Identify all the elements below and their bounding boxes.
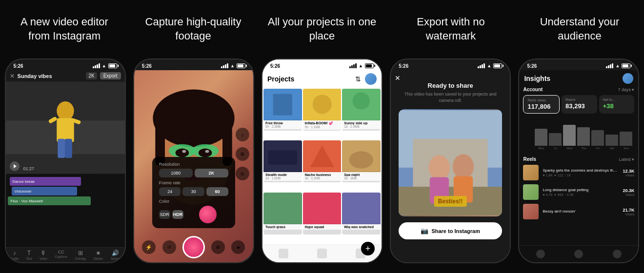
reels-views-label: Reels views <box>527 98 555 102</box>
grid-icon[interactable]: ⊞ <box>236 147 249 161</box>
insights-title: Insights <box>524 75 550 82</box>
reach-label: Reach <box>565 98 593 101</box>
color-options-row: SDR HDR <box>159 206 228 223</box>
reels-sort[interactable]: Latest ▾ <box>619 157 634 162</box>
net-followers-stat[interactable]: Net fo... +38 <box>599 95 635 114</box>
chart-bar-mon <box>535 129 547 146</box>
sound-tool[interactable]: 🔊 Sound <box>111 250 120 260</box>
resolution-2k-button[interactable]: 2K <box>195 169 228 177</box>
signal-icon <box>349 63 357 68</box>
play-button[interactable] <box>10 161 20 171</box>
project-item-2[interactable]: Inflata-BOOM! 💕 5h · 1.1MB <box>303 89 342 131</box>
phone4-wrapper: 5:26 ▲ ✕ Ready to share This video has b… <box>387 58 514 263</box>
text-icon: T <box>27 250 31 256</box>
chart-label-wed: Wed <box>563 147 576 150</box>
account-insights: Account 7 days ▾ Reels views 117,806 Rea… <box>519 87 638 156</box>
color-picker[interactable] <box>199 206 217 223</box>
framerate-label: Frame rate <box>159 180 228 185</box>
home-nav-icon[interactable] <box>536 250 545 258</box>
timer-icon[interactable]: ◎ <box>236 167 249 180</box>
voiceover-tool[interactable]: 🎙 Voice <box>40 250 47 260</box>
resolution-options: 1080 2K <box>159 169 228 177</box>
project-item-9[interactable]: Wig was snatched <box>342 193 381 234</box>
phone1-status-bar: 5:26 ▲ <box>6 59 125 70</box>
sdr-button[interactable]: SDR <box>159 210 170 219</box>
overlay-tool[interactable]: ⊞ Overlay <box>75 250 86 260</box>
chart-bar-wed <box>563 125 576 146</box>
dance-break-track[interactable]: Dance break <box>10 177 81 186</box>
project-info-4: 2d · 1.8MB <box>265 176 300 180</box>
reel-item-2[interactable]: Long distance goat petting ♥ 4.7K ✦ 993 … <box>523 184 634 200</box>
home-icon[interactable] <box>279 249 288 258</box>
svg-point-23 <box>312 95 331 114</box>
audio-tool[interactable]: ♪ Audio <box>10 250 19 260</box>
besties-label: Besties!! <box>434 196 467 207</box>
project-item-6[interactable]: Spa night 3d · 3MB <box>342 140 381 182</box>
video-thumbnail: Besties!! <box>399 109 502 216</box>
chart-nav-icon[interactable] <box>613 250 622 258</box>
share-to-instagram-button[interactable]: 📷 Share to Instagram <box>399 222 502 239</box>
flip-camera-icon[interactable]: ↺ <box>162 240 176 254</box>
phone1-export-button[interactable]: Export <box>100 72 121 79</box>
battery-icon <box>108 63 117 68</box>
svg-point-41 <box>453 155 474 179</box>
music-track[interactable]: Flux · Vox Maxwell <box>8 196 91 205</box>
reel-info-1: Sparky gets the zoomies and destroys the… <box>543 168 619 177</box>
text-tool[interactable]: T Text <box>26 250 32 260</box>
shutter-button[interactable] <box>182 236 205 258</box>
chart-bar-tu <box>549 133 562 146</box>
hdr-button[interactable]: HDR <box>172 210 184 219</box>
svg-point-39 <box>429 155 450 180</box>
period-selector[interactable]: 7 days ▾ <box>618 87 634 92</box>
flash-icon[interactable]: ⚡ <box>142 240 156 254</box>
framerate-options: 24 30 60 <box>159 187 228 196</box>
panel4-heading: Export with no watermark <box>396 15 505 43</box>
phone5: 5:26 ▲ Insights Account 7 da <box>518 58 639 263</box>
framerate-30-button[interactable]: 30 <box>182 187 204 196</box>
resolution-1080-button[interactable]: 1080 <box>159 169 193 177</box>
sort-icon[interactable]: ⇅ <box>355 75 361 83</box>
signal-icon <box>221 63 228 68</box>
reel-info-3: Bessy ain't messin' <box>543 209 619 214</box>
project-item-5[interactable]: Nacho business 3d · 3.2MB <box>303 140 342 182</box>
close-icon[interactable]: ✕ <box>10 73 15 79</box>
captions-tool[interactable]: CC Captions <box>55 250 67 260</box>
grid-nav-icon[interactable] <box>574 250 583 258</box>
project-name-5: Nacho business <box>305 173 340 176</box>
project-name-7: Touch grass <box>265 225 300 229</box>
net-followers-value: +38 <box>603 102 631 110</box>
effects-icon[interactable]: ◈ <box>231 240 245 254</box>
reel-item-3[interactable]: Bessy ain't messin' 21.7K Views <box>523 204 634 219</box>
reach-stat[interactable]: Reach 83,293 <box>562 95 597 114</box>
svg-point-17 <box>182 150 186 153</box>
project-meta-1: Free throw 5h · 2.3MB <box>263 120 302 129</box>
phone4-status-bar: 5:26 ▲ <box>391 59 510 70</box>
project-name-8: Hype squad <box>305 225 340 229</box>
phone1-timeline: Dance break Voiceover Flux · Vox Maxwell <box>6 174 125 247</box>
chart-label-sat: Sat <box>605 147 618 150</box>
project-item-7[interactable]: Touch grass <box>263 193 302 234</box>
phone3-content: Projects ⇅ <box>262 70 382 244</box>
panel3-heading: All your projects in one place <box>267 15 377 43</box>
phone1-resolution-badge[interactable]: 2K <box>86 72 97 79</box>
project-thumb-1 <box>263 89 302 120</box>
voiceover-track[interactable]: Voiceover <box>12 187 77 195</box>
project-item-3[interactable]: Sunny side up 1d · 2.5MB <box>342 89 381 131</box>
framerate-24-button[interactable]: 24 <box>159 187 181 196</box>
project-item-4[interactable]: Stealth mode 2d · 1.8MB <box>263 140 302 182</box>
project-item-1[interactable]: Free throw 5h · 2.3MB <box>263 89 302 131</box>
reel-item-1[interactable]: Sparky gets the zoomies and destroys the… <box>523 165 634 180</box>
grid-nav-icon[interactable] <box>317 249 327 258</box>
signal-icon <box>478 63 485 68</box>
project-meta-5: Nacho business 3d · 3.2MB <box>303 172 342 181</box>
reel-views-label-1: Views <box>623 174 634 177</box>
reels-header: Reels Latest ▾ <box>523 156 634 162</box>
sticker-tool[interactable]: ★ Sticker <box>94 250 103 260</box>
chart-x-labels: Mon Tu Wed Thu Fri Sat Sun <box>525 147 632 150</box>
close-button[interactable]: ✕ <box>395 74 401 82</box>
photo-library-icon[interactable]: ⊞ <box>211 240 225 254</box>
framerate-60-button[interactable]: 60 <box>206 187 228 196</box>
music-note-icon[interactable]: ♪ <box>236 128 249 141</box>
project-item-8[interactable]: Hype squad <box>303 193 342 234</box>
reels-views-stat[interactable]: Reels views 117,806 <box>523 95 560 114</box>
